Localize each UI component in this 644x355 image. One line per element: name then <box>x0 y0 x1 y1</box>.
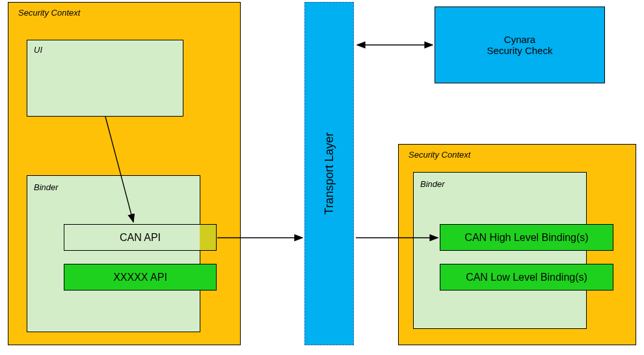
cynara-box: Cynara Security Check <box>435 7 605 83</box>
can-api-overlap-patch <box>200 225 216 250</box>
right-binder-label: Binder <box>420 179 445 189</box>
can-low-binding-box: CAN Low Level Binding(s) <box>440 264 613 291</box>
left-security-context-label: Security Context <box>18 8 80 18</box>
right-security-context-label: Security Context <box>409 150 470 160</box>
can-high-binding-box: CAN High Level Binding(s) <box>440 224 613 251</box>
transport-layer-box: Transport Layer <box>304 2 354 345</box>
left-binder-box: Binder <box>27 175 200 332</box>
transport-layer-label: Transport Layer <box>323 132 336 214</box>
can-low-binding-label: CAN Low Level Binding(s) <box>466 272 587 283</box>
ui-label: UI <box>34 45 42 55</box>
xxxxx-api-box: XXXXX API <box>64 264 217 291</box>
left-security-context: Security Context UI Binder <box>8 2 241 345</box>
ui-box: UI <box>27 40 183 117</box>
can-api-box: CAN API <box>64 224 217 251</box>
can-high-binding-label: CAN High Level Binding(s) <box>464 232 588 244</box>
xxxxx-api-label: XXXXX API <box>113 272 167 283</box>
cynara-label-line1: Cynara <box>504 34 535 45</box>
can-api-label: CAN API <box>120 232 161 244</box>
left-binder-label: Binder <box>34 182 59 192</box>
cynara-label-line2: Security Check <box>487 45 553 56</box>
